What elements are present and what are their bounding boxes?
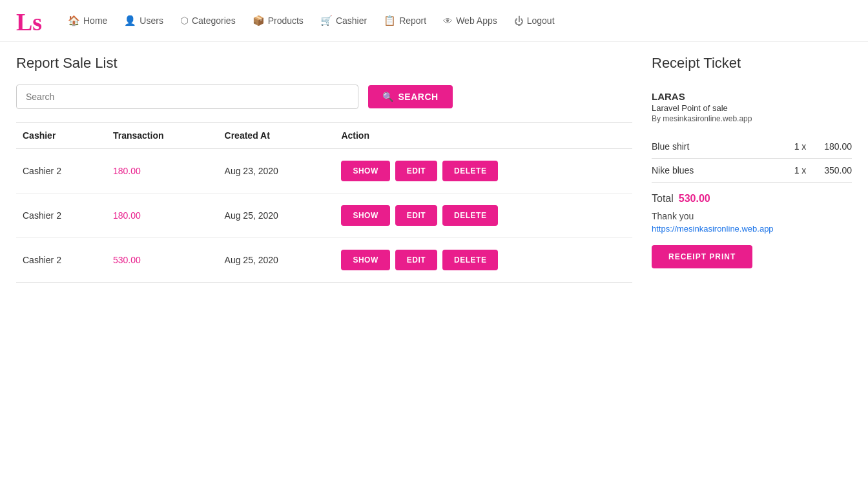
cell-created-at: Aug 25, 2020: [218, 194, 335, 238]
cell-action: SHOW EDIT DELETE: [335, 238, 632, 283]
nav-webapps-label: Web Apps: [456, 15, 497, 26]
receipt-store-by: By mesinkasironline.web.app: [652, 114, 852, 123]
report-icon: 📋: [384, 15, 396, 26]
receipt-item-qty: 1 x: [787, 165, 813, 175]
cell-cashier: Cashier 2: [16, 238, 107, 283]
col-cashier: Cashier: [16, 123, 107, 149]
receipt-total: Total 530.00: [652, 193, 852, 205]
logo[interactable]: Ls: [13, 3, 48, 39]
nav-webapps[interactable]: 👁 Web Apps: [437, 12, 504, 30]
receipt-store-subtitle: Laravel Point of sale: [652, 103, 852, 113]
col-transaction: Transaction: [107, 123, 218, 149]
receipt-item-row: Nike blues 1 x 350.00: [652, 159, 852, 183]
search-button[interactable]: 🔍 SEARCH: [368, 85, 453, 108]
nav-products[interactable]: 📦 Products: [246, 11, 310, 30]
nav-products-label: Products: [268, 15, 304, 26]
action-btns: SHOW EDIT DELETE: [341, 161, 626, 181]
search-row: 🔍 SEARCH: [16, 85, 632, 109]
nav-home-label: Home: [83, 15, 107, 26]
page-title: Report Sale List: [16, 55, 632, 72]
home-icon: 🏠: [68, 15, 80, 26]
delete-button[interactable]: DELETE: [442, 205, 498, 226]
show-button[interactable]: SHOW: [341, 161, 389, 181]
logout-icon: ⏻: [514, 15, 524, 26]
receipt-title: Receipt Ticket: [652, 55, 852, 72]
main-layout: Report Sale List 🔍 SEARCH Cashier Transa…: [0, 42, 868, 295]
navbar: Ls 🏠 Home 👤 Users ⬡ Categories 📦 Produ: [0, 0, 868, 42]
receipt-item-row: Blue shirt 1 x 180.00: [652, 135, 852, 159]
webapps-icon: 👁: [443, 15, 453, 26]
receipt-item-name: Nike blues: [652, 165, 787, 175]
cell-transaction: 180.00: [107, 194, 218, 238]
nav-categories[interactable]: ⬡ Categories: [174, 11, 242, 30]
receipt-item-price: 180.00: [813, 141, 852, 152]
receipt-item-price: 350.00: [813, 165, 852, 175]
cashier-icon: 🛒: [320, 15, 333, 26]
edit-button[interactable]: EDIT: [395, 161, 437, 181]
cell-transaction: 180.00: [107, 149, 218, 194]
right-panel: Receipt Ticket LARAS Laravel Point of sa…: [652, 55, 852, 283]
receipt-item-name: Blue shirt: [652, 141, 787, 152]
cell-action: SHOW EDIT DELETE: [335, 194, 632, 238]
table-row: Cashier 2 530.00 Aug 25, 2020 SHOW EDIT …: [16, 238, 632, 283]
cell-created-at: Aug 25, 2020: [218, 238, 335, 283]
receipt-thankyou: Thank you: [652, 211, 852, 221]
products-icon: 📦: [253, 15, 265, 26]
cell-cashier: Cashier 2: [16, 149, 107, 194]
nav-report-label: Report: [399, 15, 426, 26]
show-button[interactable]: SHOW: [341, 205, 389, 226]
delete-button[interactable]: DELETE: [442, 250, 498, 270]
left-panel: Report Sale List 🔍 SEARCH Cashier Transa…: [16, 55, 632, 283]
receipt-box: LARAS Laravel Point of sale By mesinkasi…: [652, 85, 852, 275]
search-icon: 🔍: [382, 92, 394, 102]
nav-cashier-label: Cashier: [336, 15, 367, 26]
edit-button[interactable]: EDIT: [395, 205, 437, 226]
nav-logout-label: Logout: [527, 15, 555, 26]
action-btns: SHOW EDIT DELETE: [341, 250, 626, 270]
nav-cashier[interactable]: 🛒 Cashier: [314, 11, 373, 30]
nav-home[interactable]: 🏠 Home: [61, 11, 114, 30]
show-button[interactable]: SHOW: [341, 250, 389, 270]
nav-logout[interactable]: ⏻ Logout: [508, 12, 561, 30]
search-button-label: SEARCH: [398, 92, 439, 102]
nav-report[interactable]: 📋 Report: [377, 11, 433, 30]
action-btns: SHOW EDIT DELETE: [341, 205, 626, 226]
table-row: Cashier 2 180.00 Aug 23, 2020 SHOW EDIT …: [16, 149, 632, 194]
svg-text:Ls: Ls: [16, 8, 42, 35]
receipt-total-value: 530.00: [679, 193, 710, 205]
delete-button[interactable]: DELETE: [442, 161, 498, 181]
cell-cashier: Cashier 2: [16, 194, 107, 238]
receipt-print-button[interactable]: RECEIPT PRINT: [652, 245, 752, 268]
nav-links: 🏠 Home 👤 Users ⬡ Categories 📦 Products: [61, 11, 561, 30]
cell-action: SHOW EDIT DELETE: [335, 149, 632, 194]
nav-users[interactable]: 👤 Users: [118, 11, 170, 30]
receipt-total-label: Total: [652, 193, 674, 205]
table-row: Cashier 2 180.00 Aug 25, 2020 SHOW EDIT …: [16, 194, 632, 238]
table-header-row: Cashier Transaction Created At Action: [16, 123, 632, 149]
categories-icon: ⬡: [180, 15, 189, 26]
receipt-item-qty: 1 x: [787, 141, 813, 152]
search-input[interactable]: [16, 85, 358, 109]
receipt-store-name: LARAS: [652, 91, 852, 102]
users-icon: 👤: [124, 15, 136, 26]
edit-button[interactable]: EDIT: [395, 250, 437, 270]
cell-transaction: 530.00: [107, 238, 218, 283]
col-action: Action: [335, 123, 632, 149]
cell-created-at: Aug 23, 2020: [218, 149, 335, 194]
nav-users-label: Users: [140, 15, 163, 26]
nav-categories-label: Categories: [192, 15, 236, 26]
receipt-link[interactable]: https://mesinkasironline.web.app: [652, 224, 852, 234]
sale-table: Cashier Transaction Created At Action Ca…: [16, 122, 632, 283]
col-created-at: Created At: [218, 123, 335, 149]
